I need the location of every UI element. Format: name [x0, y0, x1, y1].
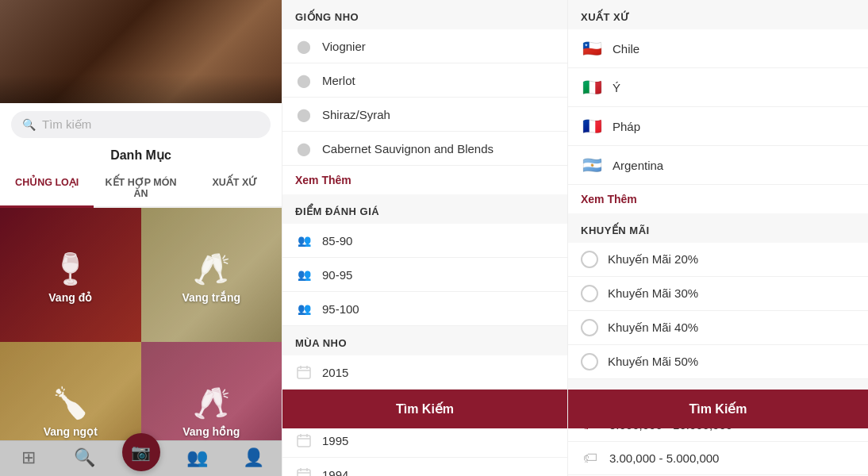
- wine-label-vang-do: Vang đỏ: [48, 291, 92, 304]
- right-search-button[interactable]: Tìm Kiếm: [568, 390, 868, 428]
- origin-label-chile: Chile: [613, 42, 639, 56]
- wine-glass-rose-icon: 🥂: [193, 386, 230, 420]
- flag-argentina: 🇦🇷: [581, 154, 603, 176]
- year-label-2015: 2015: [322, 366, 348, 379]
- wine-cell-vang-do[interactable]: 🍷 Vang đỏ: [0, 208, 141, 342]
- giong-nho-header: GIỐNG NHO: [282, 0, 567, 29]
- origin-label-y: Ý: [613, 81, 620, 94]
- score-label-95: 95-100: [322, 302, 359, 316]
- tabs-row: CHỦNG LOẠI KẾT HỢP MÓN ĂN XUẤT XỨ: [0, 169, 282, 208]
- score-85-90[interactable]: 👥 85-90: [282, 224, 567, 258]
- grape-dot-icon-3: ⬤: [295, 106, 313, 123]
- calendar-icon-1995: [295, 432, 313, 449]
- score-label-85: 85-90: [322, 234, 352, 248]
- promo-50[interactable]: Khuyến Mãi 50%: [568, 345, 868, 379]
- wine-label-vang-trang: Vang trắng: [182, 291, 240, 304]
- year-2015[interactable]: 2015: [282, 355, 567, 390]
- year-1995[interactable]: 1995: [282, 424, 567, 458]
- wine-grid: 🍷 Vang đỏ 🥂 Vang trắng 🍾 Vang ngọt 🥂 Van…: [0, 208, 282, 476]
- wine-label-vang-ngot: Vang ngọt: [44, 425, 98, 438]
- grape-cabernet[interactable]: ⬤ Cabernet Sauvignon and Blends: [282, 132, 567, 166]
- mua-nho-header: MÙA NHO: [282, 326, 567, 355]
- flag-france: 🇫🇷: [581, 115, 603, 137]
- svg-rect-8: [298, 436, 310, 447]
- grape-dot-icon-4: ⬤: [295, 140, 313, 157]
- tab-xuat-xu[interactable]: XUẤT XỨ: [188, 169, 282, 206]
- promo-check-20: [581, 251, 598, 268]
- calendar-icon-1994: [295, 466, 313, 476]
- grape-viognier[interactable]: ⬤ Viognier: [282, 29, 567, 63]
- giong-nho-xem-them[interactable]: Xem Thêm: [282, 166, 567, 194]
- search-placeholder: Tìm kiếm: [42, 117, 91, 132]
- wine-cell-vang-ngot[interactable]: 🍾 Vang ngọt: [0, 342, 141, 476]
- promo-20[interactable]: Khuyến Mãi 20%: [568, 243, 868, 277]
- tab-chung-loai[interactable]: CHỦNG LOẠI: [0, 169, 94, 206]
- grape-shiraz[interactable]: ⬤ Shiraz/Syrah: [282, 98, 567, 132]
- grape-label-cabernet: Cabernet Sauvignon and Blends: [322, 142, 494, 155]
- score-90-95[interactable]: 👥 90-95: [282, 258, 567, 292]
- grape-dot-icon: ⬤: [295, 37, 313, 55]
- calendar-icon-2015: [295, 363, 313, 381]
- promo-30[interactable]: Khuyến Mãi 30%: [568, 277, 868, 311]
- origin-chile[interactable]: 🇨🇱 Chile: [568, 29, 868, 68]
- middle-search-button[interactable]: Tìm Kiếm: [282, 390, 567, 428]
- origin-phap[interactable]: 🇫🇷 Pháp: [568, 107, 868, 146]
- score-people-icon-3: 👥: [295, 300, 313, 317]
- year-label-1994: 1994: [322, 468, 348, 477]
- promo-label-50: Khuyến Mãi 50%: [608, 355, 698, 369]
- grape-dot-icon-2: ⬤: [295, 71, 313, 89]
- promo-label-30: Khuyến Mãi 30%: [608, 286, 698, 301]
- promo-check-50: [581, 353, 598, 370]
- wine-label-vang-hong: Vang hồng: [182, 425, 240, 438]
- origin-label-phap: Pháp: [613, 120, 640, 133]
- score-label-90: 90-95: [322, 268, 352, 282]
- promo-label-20: Khuyến Mãi 20%: [608, 252, 698, 267]
- xuat-xu-xem-them[interactable]: Xem Thêm: [568, 185, 868, 213]
- promo-check-30: [581, 285, 598, 302]
- left-panel: 🔍 Tìm kiếm Danh Mục CHỦNG LOẠI KẾT HỢP M…: [0, 0, 282, 476]
- promo-label-40: Khuyến Mãi 40%: [608, 321, 698, 335]
- grape-label-merlot: Merlot: [322, 74, 355, 87]
- hero-image: [0, 0, 282, 103]
- tab-ket-hop[interactable]: KẾT HỢP MÓN ĂN: [94, 169, 187, 206]
- flag-chile: 🇨🇱: [581, 37, 603, 60]
- wine-glass-red-icon: 🍷: [52, 251, 89, 286]
- promo-check-40: [581, 319, 598, 336]
- svg-rect-0: [298, 367, 310, 378]
- wine-glass-sweet-icon: 🍾: [52, 386, 89, 420]
- diem-danh-gia-header: ĐIỂM ĐÁNH GIÁ: [282, 194, 567, 224]
- grape-merlot[interactable]: ⬤ Merlot: [282, 63, 567, 98]
- promo-40[interactable]: Khuyến Mãi 40%: [568, 311, 868, 345]
- search-bar[interactable]: 🔍 Tìm kiếm: [11, 111, 271, 138]
- right-panel: XUẤT XỨ 🇨🇱 Chile 🇮🇹 Ý 🇫🇷 Pháp 🇦🇷 Argenti…: [567, 0, 868, 476]
- search-bar-wrapper: 🔍 Tìm kiếm: [0, 103, 282, 143]
- score-people-icon-1: 👥: [295, 232, 313, 249]
- score-people-icon-2: 👥: [295, 266, 313, 283]
- grape-label-viognier: Viognier: [322, 40, 366, 53]
- xuat-xu-header: XUẤT XỨ: [568, 0, 868, 29]
- search-icon: 🔍: [22, 118, 36, 131]
- origin-argentina[interactable]: 🇦🇷 Argentina: [568, 146, 868, 185]
- origin-label-argentina: Argentina: [613, 159, 663, 172]
- wine-cell-vang-hong[interactable]: 🥂 Vang hồng: [141, 342, 282, 476]
- grape-label-shiraz: Shiraz/Syrah: [322, 108, 390, 121]
- origin-y[interactable]: 🇮🇹 Ý: [568, 68, 868, 107]
- price-tag-icon-2: 🏷: [581, 450, 600, 466]
- khuyen-mai-header: KHUYẾN MÃI: [568, 213, 868, 243]
- flag-italy: 🇮🇹: [581, 76, 603, 98]
- year-label-1995: 1995: [322, 434, 348, 447]
- price-label-3m: 3.00,000 - 5.000,000: [609, 451, 719, 465]
- score-95-100[interactable]: 👥 95-100: [282, 292, 567, 326]
- year-1994[interactable]: 1994: [282, 458, 567, 476]
- danh-muc-label: Danh Mục: [0, 143, 282, 169]
- wine-cell-vang-trang[interactable]: 🥂 Vang trắng: [141, 208, 282, 342]
- price-3m-5m[interactable]: 🏷 3.00,000 - 5.000,000: [568, 442, 868, 475]
- wine-glass-white-icon: 🥂: [193, 251, 230, 286]
- middle-panel: GIỐNG NHO ⬤ Viognier ⬤ Merlot ⬤ Shiraz/S…: [282, 0, 567, 476]
